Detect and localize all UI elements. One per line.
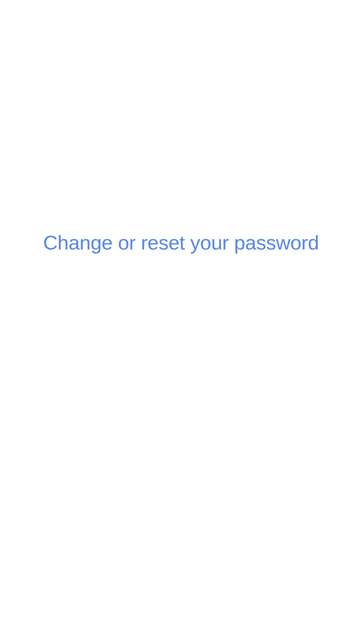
page-heading: Change or reset your password <box>0 231 362 255</box>
